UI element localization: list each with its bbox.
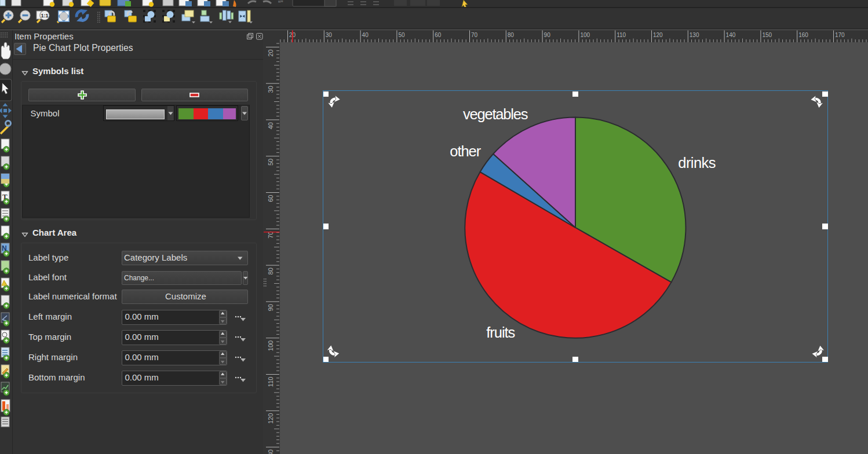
svg-text:120: 120: [653, 32, 663, 38]
svg-text:140: 140: [726, 32, 736, 38]
svg-text:170: 170: [835, 32, 845, 38]
svg-text:90: 90: [544, 32, 551, 38]
svg-text:1:1: 1:1: [41, 13, 48, 19]
svg-text:50: 50: [267, 159, 274, 166]
svg-text:70: 70: [471, 32, 478, 38]
svg-text:90: 90: [267, 304, 274, 311]
svg-text:60: 60: [435, 32, 442, 38]
svg-text:T: T: [2, 192, 8, 201]
svg-text:120: 120: [267, 413, 274, 423]
svg-text:30: 30: [326, 32, 333, 38]
svg-text:100: 100: [267, 340, 274, 351]
svg-text:60: 60: [267, 195, 274, 202]
svg-text:40: 40: [362, 32, 369, 38]
svg-text:80: 80: [267, 268, 274, 274]
svg-text:130: 130: [267, 449, 274, 454]
svg-text:110: 110: [617, 32, 626, 38]
svg-text:160: 160: [798, 32, 808, 38]
svg-text:80: 80: [508, 32, 515, 38]
svg-text:“”: “”: [278, 0, 283, 7]
svg-text:150: 150: [762, 32, 772, 38]
svg-text:30: 30: [267, 86, 274, 93]
svg-text:100: 100: [580, 32, 590, 38]
svg-text:20: 20: [267, 49, 274, 56]
svg-text:110: 110: [267, 377, 274, 387]
svg-text:40: 40: [267, 122, 274, 129]
svg-text:50: 50: [398, 32, 405, 38]
svg-text:N: N: [2, 244, 7, 252]
svg-text:130: 130: [690, 32, 699, 38]
